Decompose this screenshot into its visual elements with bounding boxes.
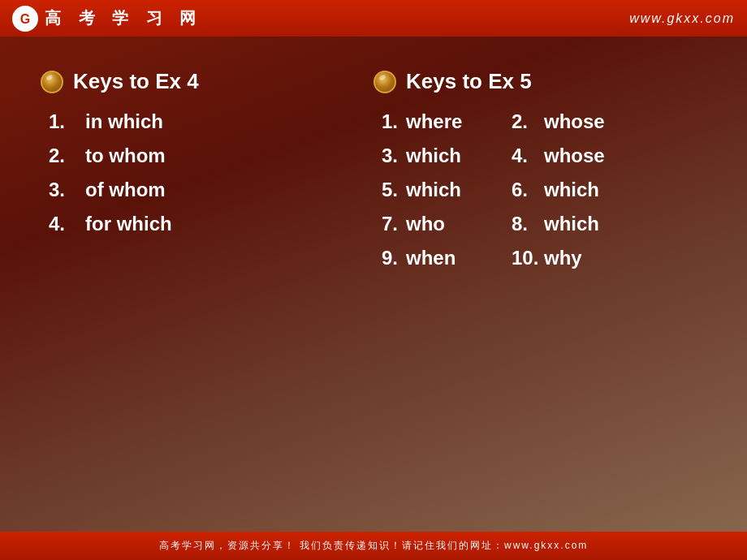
footer-bar: 高考学习网，资源共分享！ 我们负责传递知识！请记住我们的网址：www.gkxx.…: [0, 532, 747, 560]
list-num-3: 3.: [49, 179, 73, 201]
right-num2-5: 10.: [512, 247, 544, 269]
right-row: 3. which 4. whose: [382, 144, 706, 167]
content-area: Keys to Ex 4 1. in which 2. to whom 3. o…: [0, 37, 747, 532]
right-answer-5: when: [406, 247, 512, 269]
list-item: 4. for which: [49, 213, 374, 235]
right-section-title: Keys to Ex 5: [374, 69, 706, 94]
list-answer-4: for which: [85, 213, 172, 235]
right-row: 1. where 2. whose: [382, 110, 706, 133]
right-answer2-2: whose: [544, 144, 605, 167]
right-num2-4: 8.: [512, 213, 544, 235]
right-list: 1. where 2. whose 3. which 4. whose 5. w…: [374, 110, 706, 269]
left-list: 1. in which 2. to whom 3. of whom 4. for…: [41, 110, 374, 235]
right-answer-3: which: [406, 179, 512, 201]
list-num-4: 4.: [49, 213, 73, 235]
right-answer2-4: which: [544, 213, 599, 235]
svg-text:G: G: [20, 12, 30, 26]
right-answer2-5: why: [544, 247, 582, 269]
right-title-text: Keys to Ex 5: [406, 69, 532, 94]
list-item: 3. of whom: [49, 179, 374, 201]
right-num-5: 9.: [382, 247, 406, 269]
left-title-text: Keys to Ex 4: [73, 69, 199, 94]
right-row: 7. who 8. which: [382, 213, 706, 235]
right-num2-2: 4.: [512, 144, 544, 167]
list-num-1: 1.: [49, 110, 73, 133]
bullet-icon-right: [374, 71, 396, 93]
right-answer2-1: whose: [544, 110, 605, 133]
list-answer-2: to whom: [85, 144, 166, 167]
list-item: 2. to whom: [49, 144, 374, 167]
slide-container: G 高 考 学 习 网 www.gkxx.com Keys to Ex 4 1.…: [0, 0, 747, 560]
logo-text: 高 考 学 习 网: [45, 7, 202, 29]
list-answer-1: in which: [85, 110, 163, 133]
right-column: Keys to Ex 5 1. where 2. whose 3. which …: [374, 69, 706, 507]
right-num-1: 1.: [382, 110, 406, 133]
bullet-icon-left: [41, 71, 63, 93]
list-item: 1. in which: [49, 110, 374, 133]
list-answer-3: of whom: [85, 179, 166, 201]
footer-text: 高考学习网，资源共分享！ 我们负责传递知识！请记住我们的网址：www.gkxx.…: [159, 539, 589, 553]
right-answer-2: which: [406, 144, 512, 167]
logo-icon: G: [12, 6, 38, 32]
logo-area: G 高 考 学 习 网: [12, 6, 202, 32]
right-answer-4: who: [406, 213, 512, 235]
right-num-4: 7.: [382, 213, 406, 235]
left-column: Keys to Ex 4 1. in which 2. to whom 3. o…: [41, 69, 374, 507]
right-num-2: 3.: [382, 144, 406, 167]
right-answer-1: where: [406, 110, 512, 133]
list-num-2: 2.: [49, 144, 73, 167]
header-bar: G 高 考 学 习 网 www.gkxx.com: [0, 0, 747, 37]
right-answer2-3: which: [544, 179, 599, 201]
right-num-3: 5.: [382, 179, 406, 201]
right-row: 9. when 10. why: [382, 247, 706, 269]
left-section-title: Keys to Ex 4: [41, 69, 374, 94]
right-num2-1: 2.: [512, 110, 544, 133]
header-website: www.gkxx.com: [629, 11, 735, 26]
right-row: 5. which 6. which: [382, 179, 706, 201]
right-num2-3: 6.: [512, 179, 544, 201]
